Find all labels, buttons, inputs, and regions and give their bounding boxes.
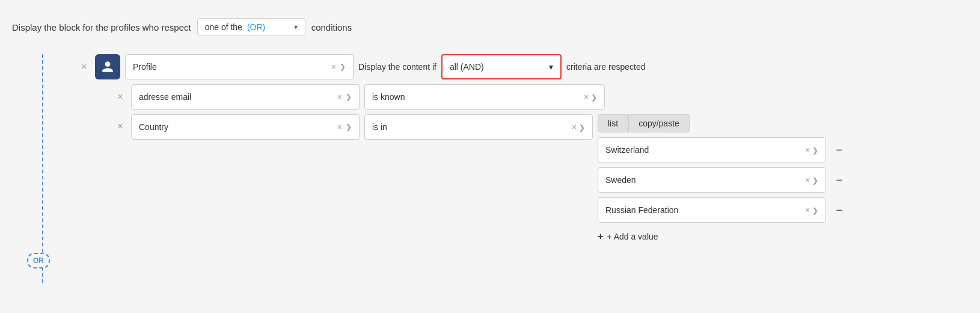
plus-icon: + <box>598 231 603 242</box>
main-container: OR × Profile × ❯ Display the content if … <box>12 54 968 246</box>
sweden-x-icon[interactable]: × <box>805 175 810 185</box>
email-field-actions: × ❯ <box>337 92 352 102</box>
country-entry-sweden: Sweden × ❯ − <box>598 167 848 193</box>
country-remove-btn[interactable]: × <box>114 120 126 132</box>
email-operator-select[interactable]: is known × ❯ <box>364 84 605 110</box>
profile-chevron-icon: ❯ <box>340 63 346 71</box>
left-sidebar: OR <box>12 54 78 246</box>
email-op-chevron: ❯ <box>591 93 597 102</box>
email-operator-actions: × ❯ <box>584 92 597 102</box>
profile-field-label: Profile <box>133 62 328 72</box>
email-field-select[interactable]: adresse email × ❯ <box>131 84 360 110</box>
country-field-select[interactable]: Country × ❯ <box>131 114 360 140</box>
email-x-icon[interactable]: × <box>337 92 342 102</box>
country-op-x-icon[interactable]: × <box>572 122 577 132</box>
email-field-label: adresse email <box>139 92 334 102</box>
switzerland-x-icon[interactable]: × <box>805 145 810 155</box>
country-operator-select[interactable]: is in × ❯ <box>364 114 593 140</box>
country-entry-russian: Russian Federation × ❯ − <box>598 197 848 223</box>
content-area: × Profile × ❯ Display the content if all… <box>78 54 968 246</box>
profile-field-select[interactable]: Profile × ❯ <box>125 54 354 79</box>
sweden-remove-btn[interactable]: − <box>831 172 848 188</box>
russian-remove-btn[interactable]: − <box>831 202 848 218</box>
country-entry-switzerland: Switzerland × ❯ − <box>598 137 848 163</box>
condition-dropdown-label: one of the <box>205 22 242 32</box>
country-switzerland-label: Switzerland <box>605 145 801 155</box>
switzerland-chevron: ❯ <box>812 146 818 155</box>
email-chevron-icon: ❯ <box>346 93 352 101</box>
person-icon <box>101 60 114 73</box>
country-chevron-icon: ❯ <box>346 123 352 131</box>
country-russian-label: Russian Federation <box>605 205 801 215</box>
list-paste-tabs: list copy/paste <box>598 114 848 132</box>
profile-x-icon[interactable]: × <box>331 62 336 72</box>
dashed-line <box>42 54 43 283</box>
suffix-text: conditions <box>311 22 352 33</box>
country-select-russian[interactable]: Russian Federation × ❯ <box>598 197 826 223</box>
email-operator-label: is known <box>372 92 580 102</box>
sweden-chevron: ❯ <box>812 176 818 185</box>
country-operator-label: is in <box>372 122 568 132</box>
email-remove-btn[interactable]: × <box>114 91 126 103</box>
country-sweden-actions: × ❯ <box>805 175 818 185</box>
condition-suffix: criteria are respected <box>566 62 646 72</box>
add-value-label: + Add a value <box>607 232 658 241</box>
or-text: (OR) <box>247 22 265 32</box>
country-sweden-label: Sweden <box>605 175 801 185</box>
country-field-actions: × ❯ <box>337 122 352 132</box>
russian-chevron: ❯ <box>812 206 818 215</box>
russian-x-icon[interactable]: × <box>805 205 810 215</box>
tab-copy-paste[interactable]: copy/paste <box>628 114 690 132</box>
country-row: × Country × ❯ is in × ❯ list copy/pa <box>78 114 968 246</box>
profile-field-actions: × ❯ <box>331 62 346 72</box>
profile-row: × Profile × ❯ Display the content if all… <box>78 54 968 79</box>
profile-remove-btn[interactable]: × <box>78 61 90 73</box>
email-op-x-icon[interactable]: × <box>584 92 589 102</box>
country-select-switzerland[interactable]: Switzerland × ❯ <box>598 137 826 163</box>
switzerland-remove-btn[interactable]: − <box>831 141 848 158</box>
condition-dropdown[interactable]: one of the (OR) ▾ <box>197 18 305 36</box>
and-dropdown[interactable]: all (AND) ▾ <box>441 54 562 79</box>
country-russian-actions: × ❯ <box>805 205 818 215</box>
add-value-btn[interactable]: + + Add a value <box>598 228 848 246</box>
country-op-chevron: ❯ <box>579 123 585 132</box>
country-operator-actions: × ❯ <box>572 122 585 132</box>
or-badge: OR <box>27 253 50 268</box>
email-row: × adresse email × ❯ is known × ❯ <box>78 84 968 110</box>
tab-list[interactable]: list <box>598 114 628 132</box>
and-dropdown-label: all (AND) <box>450 62 544 72</box>
prefix-text: Display the block for the profiles who r… <box>12 22 191 33</box>
country-select-sweden[interactable]: Sweden × ❯ <box>598 167 826 193</box>
country-x-icon[interactable]: × <box>337 122 342 132</box>
country-field-label: Country <box>139 122 334 132</box>
list-paste-container: list copy/paste Switzerland × ❯ − <box>598 114 848 246</box>
profile-icon-box <box>95 54 120 79</box>
and-dropdown-chevron: ▾ <box>549 62 553 72</box>
condition-dropdown-chevron: ▾ <box>294 23 298 31</box>
country-switzerland-actions: × ❯ <box>805 145 818 155</box>
top-bar: Display the block for the profiles who r… <box>12 12 968 42</box>
condition-prefix: Display the content if <box>358 62 436 72</box>
